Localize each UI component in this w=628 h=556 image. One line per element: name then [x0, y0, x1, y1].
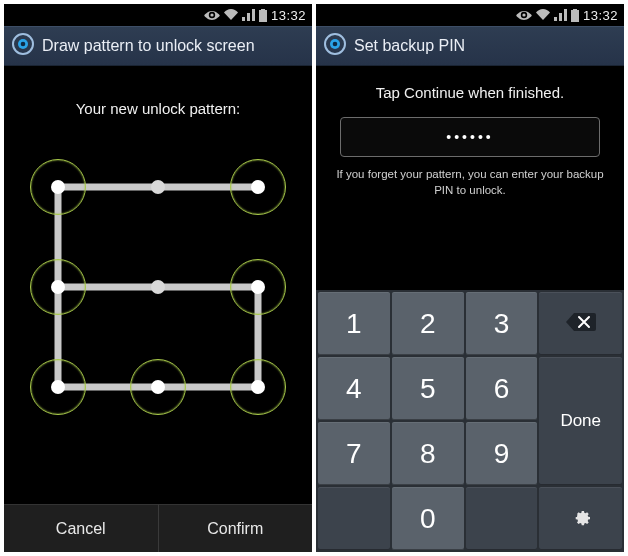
prompt-text: Your new unlock pattern: — [76, 100, 241, 117]
title-bar: Set backup PIN — [316, 26, 624, 66]
eye-icon — [516, 9, 532, 21]
pin-subtext: If you forget your pattern, you can ente… — [316, 167, 624, 198]
pattern-dot-3[interactable] — [51, 280, 65, 294]
key-settings[interactable] — [539, 487, 622, 550]
key-done[interactable]: Done — [539, 357, 622, 485]
key-7[interactable]: 7 — [318, 422, 390, 485]
battery-icon — [259, 9, 267, 22]
clock: 13:32 — [583, 8, 618, 23]
pattern-dot-6[interactable] — [51, 380, 65, 394]
key-6[interactable]: 6 — [466, 357, 538, 420]
key-9[interactable]: 9 — [466, 422, 538, 485]
confirm-button[interactable]: Confirm — [158, 504, 313, 552]
svg-point-0 — [210, 13, 213, 16]
settings-icon — [324, 33, 346, 59]
page-title: Set backup PIN — [354, 37, 465, 55]
svg-point-4 — [522, 13, 525, 16]
key-4[interactable]: 4 — [318, 357, 390, 420]
signal-icon — [242, 9, 255, 21]
settings-icon — [12, 33, 34, 59]
pattern-dot-2[interactable] — [251, 180, 265, 194]
clock: 13:32 — [271, 8, 306, 23]
gear-icon — [570, 503, 592, 535]
key-backspace[interactable] — [539, 292, 622, 355]
pattern-dot-0[interactable] — [51, 180, 65, 194]
key-1[interactable]: 1 — [318, 292, 390, 355]
title-bar: Draw pattern to unlock screen — [4, 26, 312, 66]
numeric-keypad: 1 2 3 4 5 6 Done 7 8 9 0 — [316, 290, 624, 552]
pattern-grid[interactable] — [28, 157, 288, 417]
pattern-dot-7[interactable] — [151, 380, 165, 394]
phone-right: 13:32 Set backup PIN Tap Continue when f… — [316, 4, 624, 552]
eye-icon — [204, 9, 220, 21]
wifi-icon — [536, 9, 550, 21]
pin-input[interactable]: •••••• — [340, 117, 600, 157]
prompt-text: Tap Continue when finished. — [376, 84, 564, 101]
pattern-dot-1[interactable] — [151, 180, 165, 194]
status-bar: 13:32 — [316, 4, 624, 26]
phone-left: 13:32 Draw pattern to unlock screen Your… — [4, 4, 312, 552]
key-blank — [318, 487, 390, 550]
key-3[interactable]: 3 — [466, 292, 538, 355]
battery-icon — [571, 9, 579, 22]
content-left: Your new unlock pattern: — [4, 66, 312, 504]
wifi-icon — [224, 9, 238, 21]
key-2[interactable]: 2 — [392, 292, 464, 355]
backspace-icon — [564, 308, 598, 340]
pattern-dot-8[interactable] — [251, 380, 265, 394]
content-right: Tap Continue when finished. •••••• If yo… — [316, 66, 624, 552]
svg-point-3 — [21, 42, 26, 47]
cancel-button[interactable]: Cancel — [4, 504, 158, 552]
key-5[interactable]: 5 — [392, 357, 464, 420]
key-blank-2 — [466, 487, 538, 550]
page-title: Draw pattern to unlock screen — [42, 37, 255, 55]
pattern-dot-5[interactable] — [251, 280, 265, 294]
key-0[interactable]: 0 — [392, 487, 464, 550]
key-8[interactable]: 8 — [392, 422, 464, 485]
svg-point-7 — [333, 42, 338, 47]
button-bar: Cancel Confirm — [4, 504, 312, 552]
signal-icon — [554, 9, 567, 21]
status-bar: 13:32 — [4, 4, 312, 26]
pattern-dot-4[interactable] — [151, 280, 165, 294]
